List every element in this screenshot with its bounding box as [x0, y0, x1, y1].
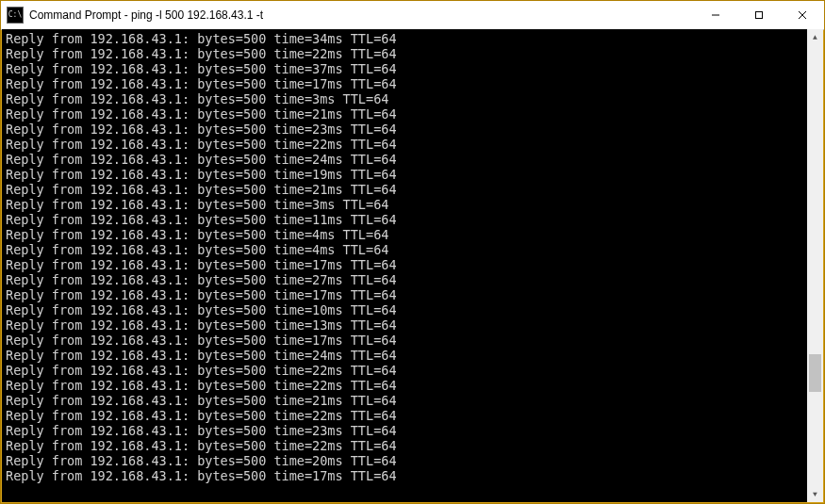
- titlebar[interactable]: C:\ Command Prompt - ping -l 500 192.168…: [1, 1, 824, 30]
- scroll-track[interactable]: [807, 45, 823, 486]
- maximize-icon: [754, 10, 764, 20]
- client-area: Reply from 192.168.43.1: bytes=500 time=…: [2, 29, 823, 502]
- close-icon: [798, 10, 807, 20]
- scroll-down-arrow[interactable]: ▼: [807, 486, 823, 502]
- app-icon-wrap: C:\: [1, 7, 29, 24]
- window-controls: [694, 1, 824, 29]
- close-button[interactable]: [781, 1, 824, 29]
- scroll-up-arrow[interactable]: ▲: [807, 29, 823, 45]
- svg-rect-1: [756, 12, 763, 19]
- window-frame: C:\ Command Prompt - ping -l 500 192.168…: [0, 0, 825, 504]
- scroll-thumb[interactable]: [809, 354, 821, 392]
- minimize-icon: [711, 10, 720, 20]
- window-title: Command Prompt - ping -l 500 192.168.43.…: [29, 8, 694, 22]
- vertical-scrollbar[interactable]: ▲ ▼: [807, 29, 823, 502]
- maximize-button[interactable]: [737, 1, 781, 29]
- command-prompt-icon: C:\: [7, 7, 24, 24]
- terminal-output[interactable]: Reply from 192.168.43.1: bytes=500 time=…: [2, 29, 807, 502]
- command-prompt-icon-text: C:\: [8, 11, 22, 19]
- minimize-button[interactable]: [694, 1, 737, 29]
